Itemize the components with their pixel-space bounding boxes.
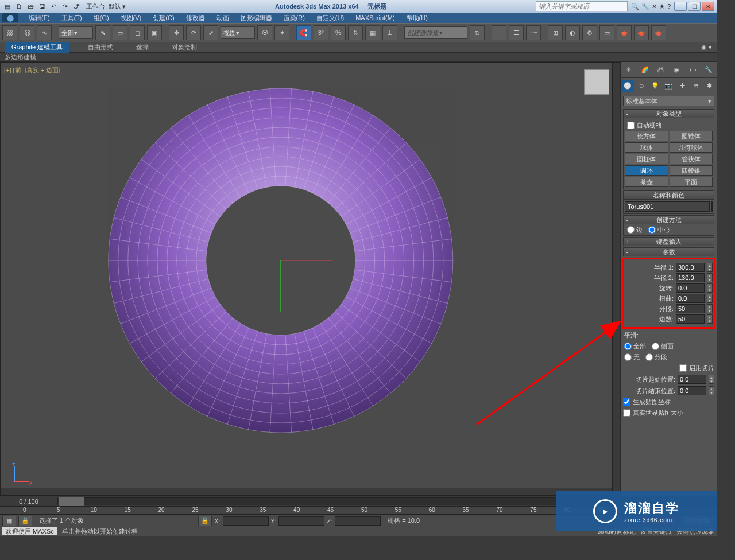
realworld-checkbox[interactable] xyxy=(623,409,630,417)
btn-plane[interactable]: 平面 xyxy=(670,177,713,187)
layers-icon[interactable]: ☰ xyxy=(509,25,524,40)
redo-icon[interactable]: ↷ xyxy=(60,1,70,11)
geometry-icon[interactable]: ⚪ xyxy=(621,80,634,92)
menu-views[interactable]: 视图(V) xyxy=(115,14,148,22)
pivot-icon[interactable]: ⦿ xyxy=(257,25,272,40)
rollout-create-method[interactable]: -创建方法 xyxy=(623,215,714,224)
mirror-icon[interactable]: ⧉ xyxy=(470,25,485,40)
spinner-updown[interactable]: ▲▼ xyxy=(707,294,713,303)
object-name-input[interactable] xyxy=(625,201,710,212)
rollout-params[interactable]: -参数 xyxy=(623,247,714,256)
menu-edit[interactable]: 编辑(E) xyxy=(23,14,56,22)
modify-panel-icon[interactable]: 🌈 xyxy=(639,64,651,76)
btn-sphere[interactable]: 球体 xyxy=(625,142,668,153)
menu-group[interactable]: 组(G) xyxy=(88,14,115,22)
coord-x[interactable] xyxy=(223,516,269,526)
spinner-snap-icon[interactable]: ⇅ xyxy=(348,25,363,40)
spinner-updown[interactable]: ▲▼ xyxy=(707,314,713,324)
select-name-icon[interactable]: ▭ xyxy=(113,25,127,40)
torus-object[interactable] xyxy=(97,77,465,444)
btn-pyramid[interactable]: 四棱锥 xyxy=(670,165,713,176)
percent-snap-icon[interactable]: % xyxy=(331,25,346,40)
viewport-hscroll[interactable] xyxy=(1,488,612,495)
menu-tools[interactable]: 工具(T) xyxy=(56,14,88,22)
render-icon[interactable]: 🫖 xyxy=(617,25,632,40)
viewport[interactable]: [+] [前] [真实 + 边面] xyxy=(0,62,620,496)
named-selection-combo[interactable]: 创建选择集▾ xyxy=(404,26,467,39)
radio-smooth-none[interactable] xyxy=(624,353,632,361)
move-icon[interactable]: ✥ xyxy=(169,25,184,40)
signin-icon[interactable]: 🔧 xyxy=(641,3,649,10)
lights-icon[interactable]: 💡 xyxy=(649,80,662,92)
exchange-icon[interactable]: ✕ xyxy=(652,3,657,10)
help-icon[interactable]: ? xyxy=(667,3,671,10)
edged-faces-icon[interactable]: ▦ xyxy=(365,25,380,40)
tab-paint[interactable]: 对象绘制 xyxy=(167,43,202,52)
snap-toggle-icon[interactable]: 🧲 xyxy=(296,25,311,40)
spinner-updown[interactable]: ▲▼ xyxy=(707,283,713,293)
favorite-icon[interactable]: ★ xyxy=(659,3,665,10)
render-frame-icon[interactable]: ▭ xyxy=(599,25,614,40)
link-icon[interactable]: ⛓ xyxy=(2,25,17,40)
rollout-object-type[interactable]: -对象类型 xyxy=(623,109,714,118)
align-icon[interactable]: ≡ xyxy=(492,25,506,40)
motion-panel-icon[interactable]: ◉ xyxy=(670,64,683,76)
bind-spacewarp-icon[interactable]: ∿ xyxy=(37,25,52,40)
undo-icon[interactable]: ↶ xyxy=(48,1,59,11)
tab-graphite[interactable]: Graphite 建模工具 xyxy=(5,42,69,53)
app-icon[interactable]: ⬤ xyxy=(2,13,18,22)
menu-help[interactable]: 帮助(H) xyxy=(401,14,434,22)
menu-modifiers[interactable]: 修改器 xyxy=(180,14,211,22)
select-region-icon[interactable]: ◻ xyxy=(130,25,145,40)
save-icon[interactable]: 🖫 xyxy=(37,1,47,11)
schematic-icon[interactable]: ⊞ xyxy=(548,25,563,40)
rollout-keyboard[interactable]: +键盘输入 xyxy=(623,237,714,246)
new-icon[interactable]: 🗋 xyxy=(14,1,24,11)
workspace-label[interactable]: 工作台: 默认 xyxy=(86,2,121,11)
unlink-icon[interactable]: ⛓ xyxy=(20,25,34,40)
radio-smooth-sides[interactable] xyxy=(652,343,659,350)
category-combo[interactable]: 标准基本体▾ xyxy=(623,96,714,106)
material-editor-icon[interactable]: ◐ xyxy=(565,25,580,40)
slice-on-checkbox[interactable] xyxy=(679,364,687,372)
viewcube[interactable] xyxy=(584,69,609,95)
utilities-panel-icon[interactable]: 🔧 xyxy=(702,64,715,76)
systems-icon[interactable]: ✱ xyxy=(703,80,716,92)
rollout-name-color[interactable]: -名称和颜色 xyxy=(623,190,714,200)
gen-uv-checkbox[interactable] xyxy=(623,398,630,406)
btn-teapot[interactable]: 茶壶 xyxy=(625,177,668,187)
radius1-spinner[interactable]: 300.0 xyxy=(676,263,705,272)
rotate-icon[interactable]: ⟳ xyxy=(186,25,201,40)
btn-cylinder[interactable]: 圆柱体 xyxy=(625,154,668,164)
window-crossing-icon[interactable]: ▣ xyxy=(147,25,162,40)
open-icon[interactable]: 🗁 xyxy=(25,1,36,11)
menu-create[interactable]: 创建(C) xyxy=(147,14,180,22)
btn-torus[interactable]: 圆环 xyxy=(625,165,668,176)
slice-from-spinner[interactable]: 0.0 xyxy=(678,375,706,384)
tab-freeform[interactable]: 自由形式 xyxy=(83,43,118,52)
lock-icon[interactable]: 🔒 xyxy=(18,516,32,526)
hierarchy-panel-icon[interactable]: 品 xyxy=(655,64,667,76)
viewport-vscroll[interactable] xyxy=(612,63,620,495)
ribbon-panel[interactable]: 多边形建模 xyxy=(0,53,717,62)
radio-center[interactable] xyxy=(648,226,656,234)
btn-box[interactable]: 长方体 xyxy=(625,131,668,141)
viewport-label[interactable]: [+] [前] [真实 + 边面] xyxy=(4,66,60,75)
close-button[interactable]: ✕ xyxy=(702,2,714,11)
angle-snap-icon[interactable]: 3° xyxy=(314,25,328,40)
tab-selection[interactable]: 选择 xyxy=(131,43,153,52)
coord-z[interactable] xyxy=(335,516,381,526)
time-scrub[interactable] xyxy=(58,497,84,507)
menu-customize[interactable]: 自定义(U) xyxy=(311,14,350,22)
twist-spinner[interactable]: 0.0 xyxy=(676,294,705,303)
coord-y[interactable] xyxy=(278,516,324,526)
selection-filter-combo[interactable]: 全部▾ xyxy=(59,26,93,39)
helpers-icon[interactable]: ✚ xyxy=(676,80,688,92)
radio-edge[interactable] xyxy=(627,226,635,234)
lock-sel-icon[interactable]: 🔒 xyxy=(198,516,212,526)
maximize-button[interactable]: ☐ xyxy=(688,2,701,11)
axis-icon[interactable]: ⊥ xyxy=(382,25,397,40)
autogrid-checkbox[interactable] xyxy=(627,122,635,129)
app-menu-icon[interactable]: ▤ xyxy=(2,1,13,11)
spinner-updown[interactable]: ▲▼ xyxy=(707,263,713,272)
